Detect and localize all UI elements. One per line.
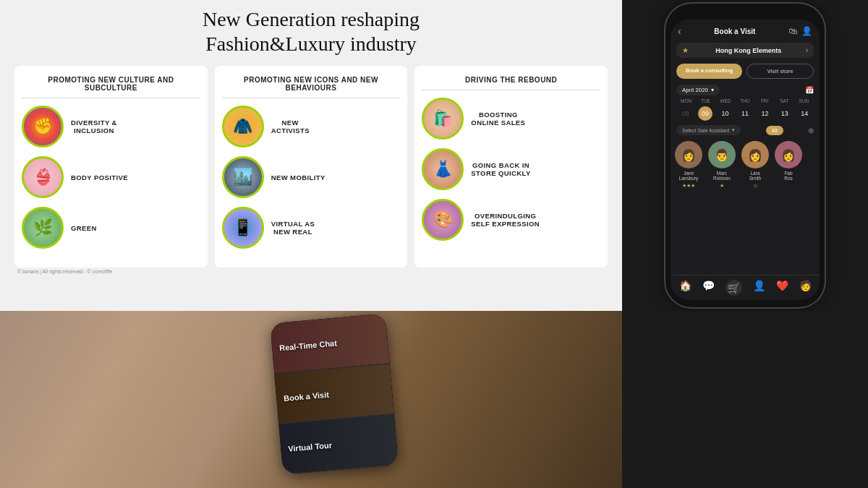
day-sun: SUN [794,98,814,103]
date-label: April 2020 [682,87,708,93]
card2-item2: 🏙️ NEW MOBILITY [222,156,401,198]
store-label: GOING BACK INSTORE QUICKLY [471,161,530,177]
day-mon: MON [676,98,696,103]
phone-header: ‹ Book a Visit 🛍 👤 [671,20,820,40]
calendar-icon[interactable]: 📅 [805,86,814,94]
footer-text: © tamara | All rights reserved - © corec… [14,267,608,275]
diversity-label: DiveRsIty &INCLUSION [71,119,117,134]
green-icon: 🌿 [22,207,64,249]
main-title: New Generation reshaping Fashion&Luxury … [14,7,608,56]
cal-day-13[interactable]: 13 [778,106,792,121]
day-tue: TUE [696,98,715,103]
action-buttons: Book a consulting Visit store [671,61,820,82]
card-rebound: DRIVING THE REBOUND 🛍️ BOOSTINGONLINE SA… [414,66,608,267]
virtual-icon: 📱 [222,207,264,249]
marc-name: MarcRobison [713,171,731,181]
date-row: April 2020 ▾ 📅 [671,82,820,97]
cal-day-11[interactable]: 11 [738,106,752,121]
chevron-right-icon: › [806,46,808,54]
phone-in-hand-screen: Real-Time Chat Book a Visit Virtual Tour [270,313,399,474]
all-button[interactable]: All [766,126,783,135]
nav-heart-icon[interactable]: ❤️ [776,280,788,296]
nav-home-icon[interactable]: 🏠 [679,280,692,296]
card1-title: PROMOTING NEW CULTURE AND SUBCULTURE [22,76,200,98]
phone-outer: ‹ Book a Visit 🛍 👤 ★ Hong Kong Elements … [665,4,825,307]
card3-item2: 👗 GOING BACK INSTORE QUICKLY [422,148,600,190]
nav-person-icon[interactable]: 👤 [753,280,765,296]
body-label: BODY POSITIVE [71,174,128,181]
assistant-marc[interactable]: 👨 MarcRobison ★ [708,141,736,189]
assistants-list: 👩 JaneLansbury ★★★ 👨 MarcRobison ★ 👩 Lar… [671,138,820,192]
day-wed: WED [715,98,735,103]
cal-day-14[interactable]: 14 [797,106,812,121]
lara-stars: ◇ [754,183,757,189]
pih-visit-label: Book a Visit [284,390,330,402]
jane-name: JaneLansbury [679,171,699,181]
assistant-fab[interactable]: 👩 FabRos [775,141,802,189]
online-icon: 🛍️ [422,98,464,140]
card2-item1: 🧥 NEWACTIVISTS [222,106,401,147]
nav-profile2-icon[interactable]: 🧑 [799,280,812,296]
cal-day-12[interactable]: 12 [757,106,772,121]
phone-screen: ‹ Book a Visit 🛍 👤 ★ Hong Kong Elements … [671,20,820,300]
nav-cart-icon[interactable]: 🛒 [726,280,742,296]
title-line1: New Generation reshaping [203,8,420,30]
card2-item3: 📱 VIRTUAL ASNEW REAL [222,207,401,249]
location-bar[interactable]: ★ Hong Kong Elements › [676,43,814,58]
calendar-grid: MON TUE WED THU FRI SAT SUN 08 09 10 11 … [671,97,820,122]
mobility-label: NEW MOBILITY [271,174,326,181]
body-icon: 👙 [22,156,64,198]
right-panel: ‹ Book a Visit 🛍 👤 ★ Hong Kong Elements … [622,0,868,311]
star-icon: ★ [682,46,689,54]
store-icon: 👗 [422,148,464,190]
card-culture: PROMOTING NEW CULTURE AND SUBCULTURE ✊ D… [14,66,208,267]
marc-avatar: 👨 [708,141,736,168]
date-selector[interactable]: April 2020 ▾ [676,85,720,95]
filter-icon[interactable]: ⊕ [808,127,814,134]
phone-nav: 🏠 💬 🛒 👤 ❤️ 🧑 [671,275,820,300]
overindulge-label: OVERINDULGINGSELF EXPRESSION [471,212,540,228]
card3-title: DRIVING THE REBOUND [422,76,600,90]
cal-day-10[interactable]: 10 [718,106,733,121]
mobility-icon: 🏙️ [222,156,264,198]
phone-header-icons: 🛍 👤 [788,26,812,36]
assistant-select[interactable]: Select Sale Assistant ▾ [676,125,741,135]
card-icons: PROMOTING NEW ICONS AND NEW BEHAVIOURS 🧥… [215,66,408,267]
assistant-select-label: Select Sale Assistant [682,128,729,133]
marc-stars: ★ [720,183,724,189]
card1-item1: ✊ DiveRsIty &INCLUSION [22,106,200,147]
calendar-header: MON TUE WED THU FRI SAT SUN [676,98,814,103]
phone-in-hand: Real-Time Chat Book a Visit Virtual Tour [270,313,399,474]
lara-avatar: 👩 [741,141,769,168]
cards-row: PROMOTING NEW CULTURE AND SUBCULTURE ✊ D… [14,66,608,267]
phone-app-title: Book a Visit [714,27,755,35]
bag-icon: 🛍 [788,26,797,36]
nav-chat-icon[interactable]: 💬 [702,280,715,296]
cal-day-09[interactable]: 09 [698,106,712,121]
card2-title: PROMOTING NEW ICONS AND NEW BEHAVIOURS [222,76,401,98]
card1-item3: 🌿 GREEN [22,207,200,249]
card3-item1: 🛍️ BOOSTINGONLINE SALES [422,98,600,140]
day-thu: THU [735,98,754,103]
activist-label: NEWACTIVISTS [271,119,310,134]
cal-day-08[interactable]: 08 [678,106,693,121]
back-button[interactable]: ‹ [678,25,681,37]
visit-button[interactable]: Visit store [746,64,814,79]
assistant-lara[interactable]: 👩 LaraSmith ◇ [741,141,769,189]
assistant-jane[interactable]: 👩 JaneLansbury ★★★ [675,141,702,189]
activist-icon: 🧥 [222,106,264,147]
lara-name: LaraSmith [749,171,762,181]
fab-avatar: 👩 [775,141,802,168]
phone-notch [727,11,763,17]
fab-name: FabRos [784,171,793,181]
pih-tour-item: Virtual Tour [278,414,398,475]
diversity-icon: ✊ [22,106,64,147]
top-section: New Generation reshaping Fashion&Luxury … [0,0,868,311]
consulting-button[interactable]: Book a consulting [676,64,742,79]
left-panel: New Generation reshaping Fashion&Luxury … [0,0,622,311]
overindulge-icon: 🎨 [422,199,464,241]
location-name: Hong Kong Elements [715,47,781,54]
pih-chat-label: Real-Time Chat [279,338,338,352]
dropdown-icon: ▾ [711,87,714,93]
card1-item2: 👙 BODY POSITIVE [22,156,200,198]
